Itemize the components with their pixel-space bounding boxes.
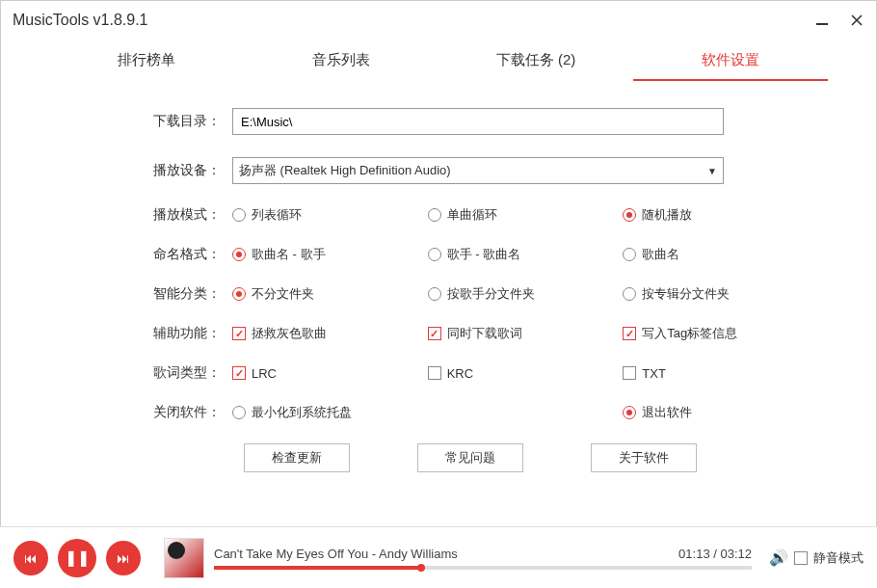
progress-fill — [214, 566, 421, 570]
device-value: 扬声器 (Realtek High Definition Audio) — [239, 162, 451, 179]
minimize-button[interactable] — [814, 13, 830, 28]
checkbox-icon — [623, 366, 636, 380]
faq-button[interactable]: 常见问题 — [417, 443, 523, 472]
label-playmode: 播放模式： — [146, 206, 232, 224]
checkbox-icon — [232, 366, 246, 380]
chevron-down-icon: ▼ — [707, 166, 717, 176]
radio-icon — [232, 406, 246, 419]
track-area: Can't Take My Eyes Off You - Andy Willia… — [214, 547, 752, 570]
device-select[interactable]: 扬声器 (Realtek High Definition Audio) ▼ — [232, 157, 724, 184]
playmode-option-loop[interactable]: 列表循环 — [232, 206, 428, 224]
sort-option-1[interactable]: 按歌手分文件夹 — [428, 285, 624, 303]
label-sort: 智能分类： — [146, 285, 232, 303]
radio-icon — [232, 208, 246, 222]
lyric-option-lrc[interactable]: LRC — [232, 366, 428, 381]
radio-icon — [232, 248, 246, 261]
aux-option-2[interactable]: 写入Tag标签信息 — [623, 325, 818, 342]
window-controls — [814, 13, 864, 28]
volume-icon[interactable]: 🔊 — [769, 548, 788, 567]
label-dir: 下载目录： — [146, 113, 232, 130]
checkbox-icon — [428, 327, 441, 340]
mute-checkbox[interactable] — [794, 551, 808, 565]
next-button[interactable]: ⏭ — [106, 541, 141, 575]
tab-tasks[interactable]: 下载任务 (2) — [438, 41, 633, 81]
radio-icon — [623, 406, 636, 419]
check-update-button[interactable]: 检查更新 — [244, 443, 350, 472]
playmode-option-random[interactable]: 随机播放 — [623, 206, 818, 224]
row-download-dir: 下载目录： — [146, 108, 818, 135]
tab-bar: 排行榜单 音乐列表 下载任务 (2) 软件设置 — [1, 40, 876, 81]
row-sort: 智能分类： 不分文件夹 按歌手分文件夹 按专辑分文件夹 — [146, 285, 818, 303]
row-buttons: 检查更新 常见问题 关于软件 — [146, 443, 818, 472]
pause-button[interactable]: ❚❚ — [58, 539, 96, 577]
radio-icon — [428, 208, 441, 222]
row-lyric: 歌词类型： LRC KRC TXT — [146, 364, 818, 382]
lyric-option-krc[interactable]: KRC — [428, 366, 624, 381]
settings-panel: 下载目录： 播放设备： 扬声器 (Realtek High Definition… — [1, 81, 876, 472]
aux-option-0[interactable]: 拯救灰色歌曲 — [232, 325, 428, 342]
lyric-option-txt[interactable]: TXT — [623, 366, 818, 381]
checkbox-icon — [428, 366, 441, 380]
row-playmode: 播放模式： 列表循环 单曲循环 随机播放 — [146, 206, 818, 224]
radio-icon — [428, 287, 441, 301]
progress-bar[interactable] — [214, 566, 752, 570]
naming-option-1[interactable]: 歌手 - 歌曲名 — [428, 246, 624, 263]
title-bar: MusicTools v1.8.9.1 — [1, 1, 876, 40]
row-naming: 命名格式： 歌曲名 - 歌手 歌手 - 歌曲名 歌曲名 — [146, 246, 818, 263]
row-close: 关闭软件： 最小化到系统托盘 退出软件 — [146, 404, 818, 421]
radio-icon — [232, 287, 246, 301]
checkbox-icon — [623, 327, 636, 340]
row-aux: 辅助功能： 拯救灰色歌曲 同时下载歌词 写入Tag标签信息 — [146, 325, 818, 342]
naming-option-2[interactable]: 歌曲名 — [623, 246, 818, 263]
label-lyric: 歌词类型： — [146, 364, 232, 382]
aux-option-1[interactable]: 同时下载歌词 — [428, 325, 624, 342]
album-art[interactable] — [164, 538, 204, 578]
player-bar: ⏮ ❚❚ ⏭ Can't Take My Eyes Off You - Andy… — [0, 526, 877, 588]
playmode-option-single[interactable]: 单曲循环 — [428, 206, 624, 224]
row-device: 播放设备： 扬声器 (Realtek High Definition Audio… — [146, 157, 818, 184]
sort-option-0[interactable]: 不分文件夹 — [232, 285, 428, 303]
naming-option-0[interactable]: 歌曲名 - 歌手 — [232, 246, 428, 263]
label-close: 关闭软件： — [146, 404, 232, 421]
sort-option-2[interactable]: 按专辑分文件夹 — [623, 285, 818, 303]
radio-icon — [623, 287, 636, 301]
radio-icon — [623, 248, 636, 261]
volume-area: 🔊 静音模式 — [769, 548, 864, 567]
track-title: Can't Take My Eyes Off You - Andy Willia… — [214, 547, 458, 561]
tab-rank[interactable]: 排行榜单 — [49, 41, 244, 81]
close-button[interactable] — [849, 13, 864, 28]
label-aux: 辅助功能： — [146, 325, 232, 342]
radio-icon — [428, 248, 441, 261]
about-button[interactable]: 关于软件 — [591, 443, 697, 472]
track-time: 01:13 / 03:12 — [678, 547, 752, 561]
label-naming: 命名格式： — [146, 246, 232, 263]
mute-label: 静音模式 — [813, 549, 864, 567]
radio-icon — [623, 208, 636, 222]
label-device: 播放设备： — [146, 162, 232, 179]
close-option-tray[interactable]: 最小化到系统托盘 — [232, 404, 428, 421]
tab-list[interactable]: 音乐列表 — [244, 41, 438, 81]
checkbox-icon — [232, 327, 246, 340]
tab-settings[interactable]: 软件设置 — [633, 41, 828, 81]
prev-button[interactable]: ⏮ — [13, 541, 48, 575]
close-option-exit[interactable]: 退出软件 — [623, 404, 818, 421]
download-dir-input[interactable] — [232, 108, 724, 135]
app-title: MusicTools v1.8.9.1 — [13, 12, 148, 29]
